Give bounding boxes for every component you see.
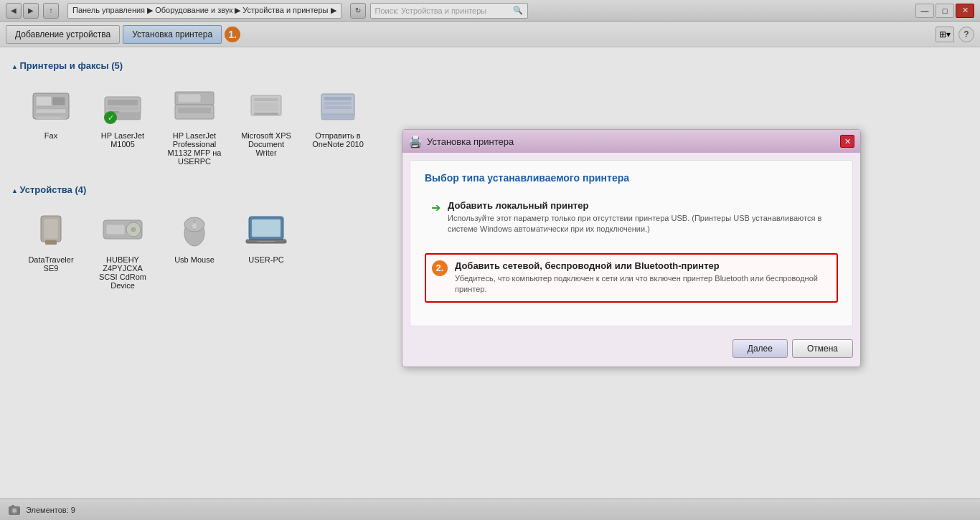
option2-title: Добавить сетевой, беспроводной или Bluet… — [455, 260, 831, 271]
step2-badge: 2. — [432, 260, 448, 276]
option1-desc: Используйте этот параметр только при отс… — [448, 213, 831, 235]
option2-content: Добавить сетевой, беспроводной или Bluet… — [455, 260, 831, 296]
dialog-title: Установка принтера — [427, 136, 836, 147]
option1-content: Добавить локальный принтер Используйте э… — [448, 200, 831, 235]
dialog-cancel-button[interactable]: Отмена — [792, 339, 853, 358]
option2-desc: Убедитесь, что компьютер подключен к сет… — [455, 273, 831, 296]
dialog-overlay: 🖨️ Установка принтера ✕ Выбор типа устан… — [0, 0, 980, 520]
option1-title: Добавить локальный принтер — [448, 200, 831, 211]
dialog-body: Выбор типа устанавливаемого принтера ➔ Д… — [410, 160, 853, 326]
option-local-printer[interactable]: ➔ Добавить локальный принтер Используйте… — [425, 194, 838, 242]
install-printer-dialog: 🖨️ Установка принтера ✕ Выбор типа устан… — [402, 129, 861, 367]
dialog-titlebar: 🖨️ Установка принтера ✕ — [402, 130, 860, 153]
dialog-close-button[interactable]: ✕ — [840, 135, 854, 148]
dialog-footer: Далее Отмена — [402, 334, 860, 367]
dialog-next-button[interactable]: Далее — [732, 339, 788, 358]
dialog-printer-icon: 🖨️ — [408, 135, 423, 148]
option-network-printer[interactable]: 2. Добавить сетевой, беспроводной или Bl… — [425, 253, 838, 303]
dialog-section-title: Выбор типа устанавливаемого принтера — [425, 172, 838, 184]
option1-arrow-icon: ➔ — [431, 201, 440, 214]
